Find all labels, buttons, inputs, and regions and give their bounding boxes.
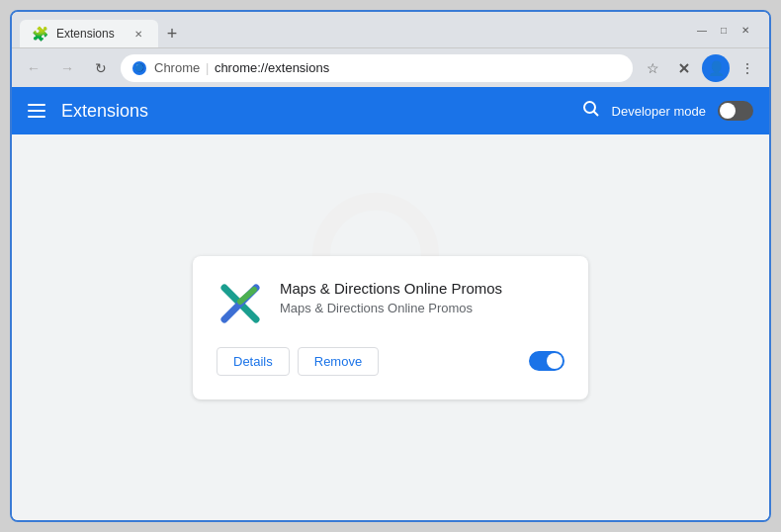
page-content: RISK.COM Maps & Directions Online Promos <box>12 134 769 520</box>
svg-line-3 <box>593 111 598 116</box>
header-right: Developer mode <box>582 100 753 123</box>
profile-button[interactable]: 👤 <box>702 54 730 82</box>
bookmark-button[interactable]: ☆ <box>639 54 666 82</box>
hamburger-line-2 <box>28 110 45 112</box>
svg-point-2 <box>584 102 595 113</box>
page-title: Extensions <box>61 101 566 122</box>
new-tab-button[interactable]: + <box>158 20 186 47</box>
extension-info: Maps & Directions Online Promos Maps & D… <box>217 280 564 327</box>
forward-button[interactable]: → <box>53 54 81 82</box>
browser-name-label: Chrome <box>154 60 200 75</box>
window-controls: — □ ✕ <box>694 22 753 38</box>
maximize-button[interactable]: □ <box>716 22 732 38</box>
developer-mode-toggle[interactable] <box>718 101 753 121</box>
back-button[interactable]: ← <box>20 54 47 82</box>
close-button[interactable]: ✕ <box>738 22 753 38</box>
url-path: chrome://extensions <box>215 60 329 75</box>
site-favicon: 🔵 <box>132 61 146 75</box>
profile-icon: 👤 <box>708 60 725 76</box>
hamburger-line-3 <box>28 116 45 118</box>
details-button[interactable]: Details <box>217 347 290 376</box>
menu-button[interactable]: ⋮ <box>734 54 761 82</box>
extension-description: Maps & Directions Online Promos <box>280 301 502 315</box>
active-tab[interactable]: 🧩 Extensions ✕ <box>20 20 158 47</box>
url-separator: | <box>206 60 213 75</box>
tab-favicon-icon: 🧩 <box>32 26 48 42</box>
extensions-button[interactable] <box>670 54 698 82</box>
search-button[interactable] <box>582 100 600 123</box>
extension-logo-icon <box>217 280 264 327</box>
title-bar: 🧩 Extensions ✕ + — □ ✕ <box>12 12 769 47</box>
extension-text: Maps & Directions Online Promos Maps & D… <box>280 280 502 315</box>
url-bar[interactable]: 🔵 Chrome | chrome://extensions <box>121 54 633 82</box>
tab-bar: 🧩 Extensions ✕ + <box>20 12 690 47</box>
extensions-icon <box>676 60 692 76</box>
hamburger-line-1 <box>28 104 45 106</box>
hamburger-menu-button[interactable] <box>28 104 45 118</box>
remove-button[interactable]: Remove <box>298 347 379 376</box>
developer-mode-label: Developer mode <box>612 104 706 119</box>
url-text: Chrome | chrome://extensions <box>154 60 329 75</box>
address-bar: ← → ↻ 🔵 Chrome | chrome://extensions ☆ 👤 <box>12 47 769 87</box>
extension-actions: Details Remove <box>217 347 564 376</box>
extension-toggle-knob <box>547 353 563 369</box>
extension-card: Maps & Directions Online Promos Maps & D… <box>193 256 588 399</box>
tab-close-button[interactable]: ✕ <box>130 26 146 42</box>
extension-name: Maps & Directions Online Promos <box>280 280 502 297</box>
extensions-header: Extensions Developer mode <box>12 87 769 134</box>
reload-button[interactable]: ↻ <box>87 54 115 82</box>
browser-window: 🧩 Extensions ✕ + — □ ✕ ← → ↻ 🔵 Chrome | … <box>10 10 771 522</box>
minimize-button[interactable]: — <box>694 22 710 38</box>
toggle-knob <box>720 103 736 119</box>
extension-enable-toggle[interactable] <box>529 351 564 371</box>
tab-title: Extensions <box>56 27 115 41</box>
toolbar-icons: ☆ 👤 ⋮ <box>639 54 761 82</box>
search-icon <box>582 100 600 118</box>
